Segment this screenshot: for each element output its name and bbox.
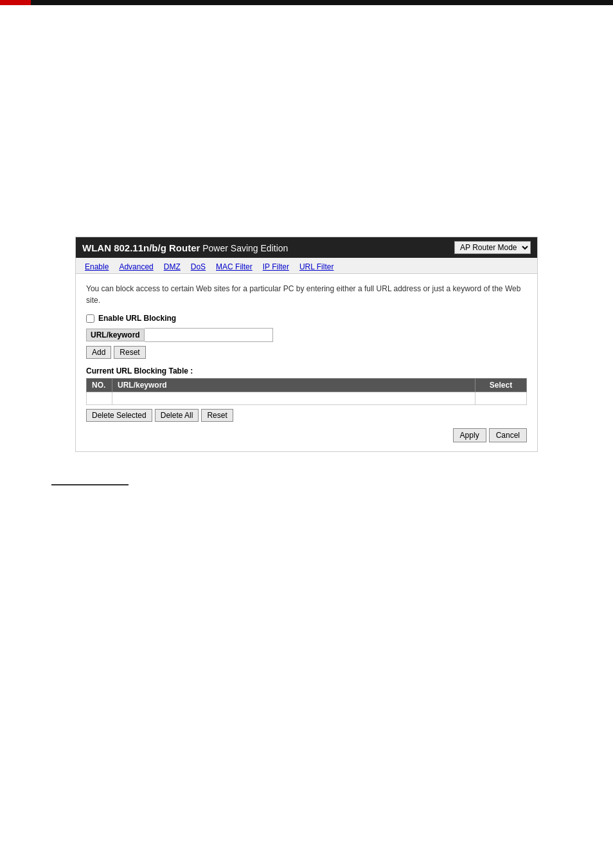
delete-selected-button[interactable]: Delete Selected <box>86 409 152 422</box>
blocking-table: NO. URL/keyword Select <box>86 378 527 405</box>
description-text: You can block access to certain Web site… <box>86 283 527 306</box>
tab-enable[interactable]: Enable <box>81 260 112 273</box>
tab-dmz[interactable]: DMZ <box>160 260 184 273</box>
table-cell-url <box>112 392 475 405</box>
url-keyword-label: URL/keyword <box>86 329 145 341</box>
table-header-url: URL/keyword <box>112 379 475 392</box>
mode-select-wrap[interactable]: AP Router Mode AP Bridge Mode <box>454 241 531 254</box>
tab-dos[interactable]: DoS <box>187 260 209 273</box>
page-wrapper: WLAN 802.11n/b/g Router Power Saving Edi… <box>0 5 613 485</box>
url-row: URL/keyword <box>86 328 527 342</box>
bottom-section <box>0 484 613 485</box>
router-box: WLAN 802.11n/b/g Router Power Saving Edi… <box>75 237 538 452</box>
table-header-select: Select <box>475 379 527 392</box>
delete-all-button[interactable]: Delete All <box>155 409 199 422</box>
enable-row: Enable URL Blocking <box>86 314 527 323</box>
router-title: WLAN 802.11n/b/g Router Power Saving Edi… <box>82 242 288 253</box>
url-keyword-input[interactable] <box>145 328 273 342</box>
mode-select[interactable]: AP Router Mode AP Bridge Mode <box>454 241 531 254</box>
table-cell-select <box>475 392 527 405</box>
table-row-empty <box>87 392 527 405</box>
tab-advanced[interactable]: Advanced <box>115 260 157 273</box>
table-section-title: Current URL Blocking Table : <box>86 366 527 375</box>
reset-button-2[interactable]: Reset <box>201 409 233 422</box>
tab-url-filter[interactable]: URL Filter <box>296 260 338 273</box>
table-btn-row: Delete Selected Delete All Reset <box>86 409 527 422</box>
table-header-no: NO. <box>87 379 112 392</box>
apply-cancel-row: Apply Cancel <box>86 428 527 442</box>
enable-url-blocking-checkbox[interactable] <box>86 314 94 323</box>
reset-button-1[interactable]: Reset <box>114 346 145 359</box>
tab-mac-filter[interactable]: MAC Filter <box>212 260 256 273</box>
table-cell-no <box>87 392 112 405</box>
bottom-underline <box>51 484 129 485</box>
router-title-bold: WLAN 802.11n/b/g Router <box>82 242 200 253</box>
add-reset-row: Add Reset <box>86 346 527 359</box>
nav-tabs: Enable Advanced DMZ DoS MAC Filter IP Fi… <box>76 258 537 274</box>
router-title-suffix: Power Saving Edition <box>202 243 288 253</box>
router-title-bar: WLAN 802.11n/b/g Router Power Saving Edi… <box>76 237 537 258</box>
apply-button[interactable]: Apply <box>453 428 486 442</box>
enable-url-blocking-label[interactable]: Enable URL Blocking <box>98 314 176 323</box>
cancel-button[interactable]: Cancel <box>489 428 527 442</box>
add-button[interactable]: Add <box>86 346 111 359</box>
header-bar <box>0 0 613 5</box>
tab-ip-filter[interactable]: IP Filter <box>259 260 293 273</box>
content-area: You can block access to certain Web site… <box>76 274 537 451</box>
